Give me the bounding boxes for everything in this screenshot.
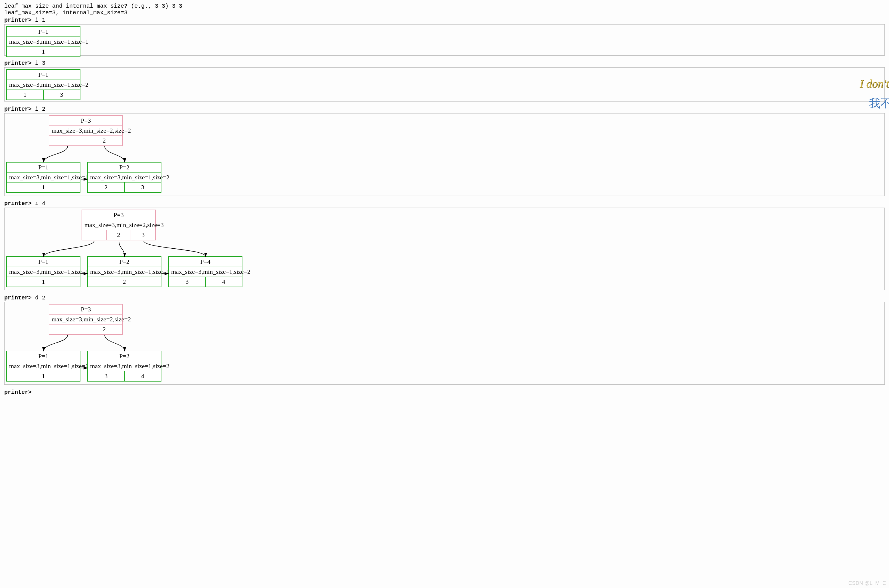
- node-info: max_size=3,min_size=1,size=1: [88, 267, 161, 277]
- tree-diagram: P=3max_size=3,min_size=2,size=323P=1max_…: [4, 208, 885, 290]
- tree-diagram: P=3max_size=3,min_size=2,size=22P=1max_s…: [4, 302, 885, 385]
- tree-edge: [43, 335, 67, 351]
- intro-line-2: leaf_max_size=3, internal_max_size=3: [4, 9, 885, 16]
- node-keys-row: 2: [49, 136, 122, 146]
- internal-node: P=3max_size=3,min_size=2,size=22: [49, 115, 123, 146]
- node-info: max_size=3,min_size=2,size=2: [49, 126, 122, 136]
- node-page-id: P=3: [49, 304, 122, 315]
- node-key-cell: 3: [124, 183, 161, 192]
- node-info: max_size=3,min_size=1,size=1: [7, 172, 80, 183]
- node-key-cell: 2: [106, 230, 131, 240]
- edges-svg: [4, 24, 885, 56]
- tree-diagram: P=3max_size=3,min_size=2,size=22P=1max_s…: [4, 113, 885, 196]
- node-key-cell: 1: [7, 277, 80, 286]
- node-key-cell: 3: [131, 230, 155, 240]
- node-keys-row: 23: [88, 183, 161, 192]
- prompt-line: printer> i 1: [4, 17, 885, 23]
- node-keys-row: 2: [49, 324, 122, 334]
- internal-node: P=3max_size=3,min_size=2,size=323: [82, 210, 156, 240]
- node-keys-row: 1: [7, 183, 80, 192]
- leaf-node: P=1max_size=3,min_size=1,size=11: [6, 162, 81, 193]
- node-key-cell: 2: [88, 183, 124, 192]
- node-key-cell: 3: [88, 371, 124, 381]
- node-key-cell: 2: [88, 277, 161, 286]
- node-key-cell: 2: [86, 324, 123, 334]
- leaf-node: P=1max_size=3,min_size=1,size=11: [6, 26, 81, 57]
- prompt-line: printer>: [4, 389, 885, 396]
- node-info: max_size=3,min_size=1,size=1: [7, 361, 80, 371]
- node-info: max_size=3,min_size=1,size=2: [88, 172, 161, 183]
- tree-edge: [105, 335, 124, 351]
- leaf-node: P=1max_size=3,min_size=1,size=11: [6, 256, 81, 287]
- node-page-id: P=1: [7, 257, 80, 267]
- node-key-cell: [49, 324, 86, 334]
- node-key-cell: [49, 136, 86, 146]
- node-keys-row: 34: [88, 371, 161, 381]
- node-keys-row: 1: [7, 371, 80, 381]
- leaf-node: P=2max_size=3,min_size=1,size=12: [87, 256, 162, 287]
- node-key-cell: 1: [7, 47, 80, 57]
- node-key-cell: 1: [7, 371, 80, 381]
- node-page-id: P=2: [88, 351, 161, 361]
- node-page-id: P=4: [169, 257, 242, 267]
- steps-container: printer> i 1P=1max_size=3,min_size=1,siz…: [4, 17, 885, 396]
- node-key-cell: [82, 230, 106, 240]
- node-info: max_size=3,min_size=1,size=2: [7, 80, 80, 90]
- leaf-node: P=1max_size=3,min_size=1,size=213: [6, 69, 81, 100]
- tree-edge: [105, 146, 124, 162]
- node-key-cell: 3: [169, 277, 205, 286]
- node-page-id: P=2: [88, 257, 161, 267]
- prompt-line: printer> i 3: [4, 60, 885, 66]
- node-keys-row: 2: [88, 277, 161, 286]
- prompt-line: printer> i 2: [4, 106, 885, 112]
- tree-diagram: P=1max_size=3,min_size=1,size=11: [4, 24, 885, 56]
- leaf-node: P=2max_size=3,min_size=1,size=223: [87, 162, 162, 193]
- internal-node: P=3max_size=3,min_size=2,size=22: [49, 304, 123, 335]
- node-page-id: P=1: [7, 27, 80, 37]
- node-key-cell: 4: [124, 371, 161, 381]
- node-info: max_size=3,min_size=1,size=2: [88, 361, 161, 371]
- node-key-cell: 4: [205, 277, 242, 286]
- prompt-line: printer> d 2: [4, 295, 885, 301]
- node-keys-row: 13: [7, 90, 80, 99]
- node-page-id: P=3: [49, 116, 122, 126]
- node-info: max_size=3,min_size=2,size=2: [49, 315, 122, 324]
- node-keys-row: 34: [169, 277, 242, 286]
- node-page-id: P=1: [7, 70, 80, 80]
- edges-svg: [4, 68, 885, 101]
- intro-line-1: leaf_max_size and internal_max_size? (e.…: [4, 3, 885, 9]
- node-keys-row: 23: [82, 230, 155, 240]
- tree-edge: [43, 241, 94, 256]
- node-page-id: P=3: [82, 210, 155, 220]
- node-info: max_size=3,min_size=1,size=2: [169, 267, 242, 277]
- tree-edge: [43, 146, 67, 162]
- node-key-cell: 3: [43, 90, 80, 99]
- node-info: max_size=3,min_size=1,size=1: [7, 37, 80, 47]
- node-key-cell: 1: [7, 90, 43, 99]
- leaf-node: P=2max_size=3,min_size=1,size=234: [87, 351, 162, 381]
- leaf-node: P=4max_size=3,min_size=1,size=234: [168, 256, 243, 287]
- tree-edge: [119, 241, 124, 256]
- node-keys-row: 1: [7, 47, 80, 57]
- node-key-cell: 2: [86, 136, 123, 146]
- node-key-cell: 1: [7, 183, 80, 192]
- tree-edge: [144, 241, 205, 256]
- node-info: max_size=3,min_size=2,size=3: [82, 220, 155, 230]
- node-page-id: P=1: [7, 351, 80, 361]
- node-page-id: P=2: [88, 162, 161, 172]
- leaf-node: P=1max_size=3,min_size=1,size=11: [6, 351, 81, 381]
- prompt-line: printer> i 4: [4, 200, 885, 207]
- node-keys-row: 1: [7, 277, 80, 286]
- tree-diagram: P=1max_size=3,min_size=1,size=213: [4, 67, 885, 102]
- node-page-id: P=1: [7, 162, 80, 172]
- node-info: max_size=3,min_size=1,size=1: [7, 267, 80, 277]
